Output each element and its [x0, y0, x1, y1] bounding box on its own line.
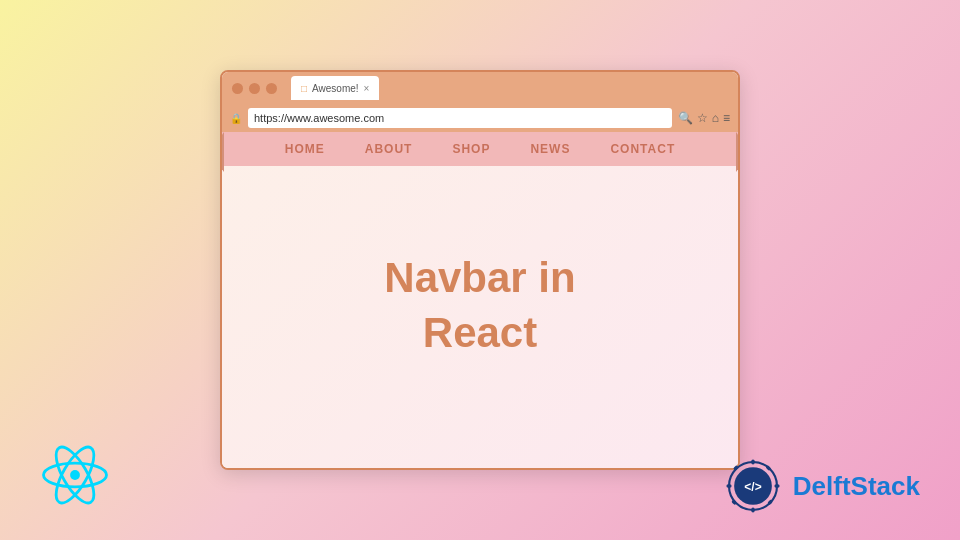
main-content-area: Navbar in React — [222, 166, 738, 446]
browser-dot-green — [266, 83, 277, 94]
svg-rect-8 — [751, 507, 754, 512]
svg-text:</>: </> — [744, 480, 761, 494]
delft-bold-text: Delft — [793, 471, 851, 501]
main-title-line2: React — [423, 309, 537, 356]
ribbon-right-fold — [738, 166, 740, 176]
main-title-line1: Navbar in — [384, 254, 575, 301]
delftstack-text: DelftStack — [793, 471, 920, 502]
address-lock-icon: 🔒 — [230, 113, 242, 124]
react-logo — [40, 440, 110, 510]
browser-tab[interactable]: □ Awesome! × — [291, 76, 379, 100]
delft-colored-text: Stack — [851, 471, 920, 501]
browser-dot-red — [232, 83, 243, 94]
star-icon[interactable]: ☆ — [697, 111, 708, 125]
browser-content: HOME ABOUT SHOP NEWS CONTACT Navbar in R… — [222, 132, 738, 470]
home-icon[interactable]: ⌂ — [712, 111, 719, 125]
svg-rect-7 — [751, 459, 754, 464]
delft-badge-icon: </> — [723, 456, 783, 516]
svg-rect-9 — [726, 484, 731, 487]
browser-window: □ Awesome! × 🔒 🔍 ☆ ⌂ ≡ HOME ABOUT SHOP N… — [220, 70, 740, 470]
address-input[interactable] — [248, 108, 672, 128]
menu-icon[interactable]: ≡ — [723, 111, 730, 125]
browser-addressbar: 🔒 🔍 ☆ ⌂ ≡ — [222, 104, 738, 132]
svg-rect-10 — [774, 484, 779, 487]
tab-favicon-icon: □ — [301, 83, 307, 94]
browser-tab-label: Awesome! — [312, 83, 359, 94]
address-bar-icons: 🔍 ☆ ⌂ ≡ — [678, 111, 730, 125]
search-icon[interactable]: 🔍 — [678, 111, 693, 125]
nav-item-home[interactable]: HOME — [285, 142, 325, 156]
svg-point-3 — [70, 470, 80, 480]
nav-item-shop[interactable]: SHOP — [452, 142, 490, 156]
browser-titlebar: □ Awesome! × — [222, 72, 738, 104]
browser-tab-close[interactable]: × — [364, 83, 370, 94]
delftstack-logo: </> DelftStack — [723, 456, 920, 516]
ribbon-left-fold — [220, 166, 222, 176]
main-title: Navbar in React — [384, 251, 575, 360]
nav-item-news[interactable]: NEWS — [530, 142, 570, 156]
browser-dot-yellow — [249, 83, 260, 94]
nav-item-contact[interactable]: CONTACT — [610, 142, 675, 156]
nav-item-about[interactable]: ABOUT — [365, 142, 413, 156]
navbar-ribbon: HOME ABOUT SHOP NEWS CONTACT — [222, 132, 738, 166]
